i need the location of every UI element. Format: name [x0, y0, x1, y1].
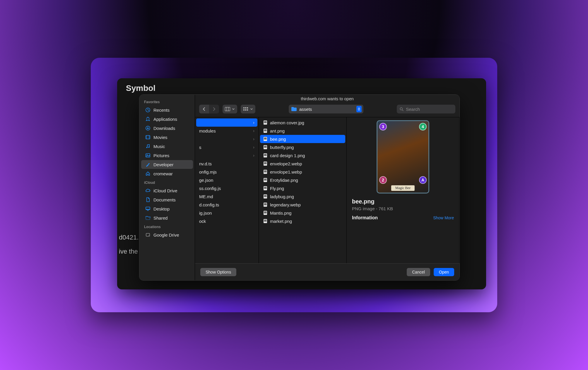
sidebar-item-desktop[interactable]: Desktop — [141, 204, 193, 213]
sidebar-item-pictures[interactable]: Pictures — [141, 151, 193, 160]
sidebar-item-downloads[interactable]: Downloads — [141, 124, 193, 133]
search-field[interactable] — [397, 105, 455, 113]
sidebar-heading: Locations — [139, 223, 195, 230]
sidebar-item-google-drive[interactable]: Google Drive — [141, 230, 193, 239]
cancel-button[interactable]: Cancel — [407, 268, 430, 276]
file-label: card design 1.png — [270, 153, 305, 158]
file-row[interactable]: ant.png — [260, 127, 345, 135]
list-item[interactable]: ge.json — [196, 176, 257, 184]
page-title: Symbol — [126, 84, 477, 93]
file-row[interactable]: Mantis.png — [260, 209, 345, 217]
file-label: butterfly.png — [270, 145, 294, 150]
sidebar-item-label: Developer — [153, 162, 173, 167]
svg-rect-42 — [264, 187, 267, 189]
gradient-background: Symbol d0421. ive the FavoritesRecentsAp… — [91, 58, 497, 312]
list-item[interactable]: ss.config.js — [196, 184, 257, 192]
file-icon — [263, 194, 268, 199]
file-row[interactable]: Erotylidae.png — [260, 176, 345, 184]
sidebar-item-developer[interactable]: Developer — [141, 160, 193, 169]
list-item-label: ig.json — [199, 211, 212, 215]
file-row[interactable]: bee.png — [260, 135, 345, 143]
movie-icon — [145, 135, 151, 140]
sidebar-item-label: iCloud Drive — [153, 188, 177, 193]
file-row[interactable]: envelope2.webp — [260, 159, 345, 168]
list-item[interactable]: onfig.mjs — [196, 168, 257, 176]
back-button[interactable] — [199, 105, 209, 113]
list-item-label: ME.md — [199, 194, 213, 199]
file-row[interactable]: butterfly.png — [260, 143, 345, 151]
file-label: envelope2.webp — [270, 161, 302, 166]
file-label: Fly.png — [270, 186, 284, 191]
sidebar-item-icloud-drive[interactable]: iCloud Drive — [141, 186, 193, 195]
list-item[interactable]: › — [196, 151, 257, 159]
list-item[interactable]: ig.json — [196, 209, 257, 217]
card-badge-bl: 2 — [379, 176, 387, 184]
location-popup[interactable]: assets — [289, 105, 363, 113]
file-label: bee.png — [270, 137, 286, 142]
sidebar-item-movies[interactable]: Movies — [141, 133, 193, 142]
file-row[interactable]: ladybug.png — [260, 192, 345, 201]
music-icon — [145, 144, 151, 149]
open-file-dialog: FavoritesRecentsApplicationsDownloadsMov… — [139, 94, 460, 281]
list-item[interactable]: ME.md — [196, 192, 257, 201]
sidebar-item-label: Downloads — [153, 126, 175, 131]
column-1[interactable]: ›modules››s››nv.d.tsonfig.mjsge.jsonss.c… — [195, 117, 259, 263]
svg-rect-44 — [264, 195, 267, 197]
file-label: legendary.webp — [270, 202, 301, 207]
list-item-label: ock — [199, 219, 206, 224]
open-button[interactable]: Open — [434, 268, 454, 276]
view-columns-button[interactable] — [223, 105, 237, 113]
list-item[interactable]: nv.d.ts — [196, 159, 257, 168]
desktop-icon — [145, 206, 151, 211]
svg-point-13 — [148, 235, 149, 236]
list-item[interactable]: ock — [196, 217, 257, 225]
file-row[interactable]: aliemon cover.jpg — [260, 118, 345, 127]
svg-rect-20 — [243, 109, 245, 111]
group-button[interactable] — [241, 105, 255, 113]
column-2[interactable]: aliemon cover.jpgant.pngbee.pngbutterfly… — [259, 117, 347, 263]
svg-rect-17 — [243, 107, 245, 108]
sidebar-heading: iCloud — [139, 178, 195, 186]
svg-point-6 — [148, 147, 150, 148]
svg-rect-40 — [264, 179, 267, 181]
file-row[interactable]: market.png — [260, 217, 345, 225]
file-row[interactable]: legendary.webp — [260, 201, 345, 209]
preview-pane: 3 4 2 A Magic Bee bee.png PNG image - 76… — [347, 117, 459, 263]
dialog-title: thirdweb.com wants to open — [195, 95, 459, 102]
download-icon — [145, 125, 151, 131]
file-icon — [263, 178, 268, 182]
sidebar-item-cromewar[interactable]: cromewar — [141, 169, 193, 178]
show-options-button[interactable]: Show Options — [200, 268, 236, 276]
card-badge-br: A — [419, 176, 427, 184]
file-row[interactable]: card design 1.png — [260, 151, 345, 159]
location-label: assets — [299, 107, 312, 112]
svg-rect-50 — [264, 220, 267, 222]
list-item-label: s — [199, 145, 201, 150]
clock-icon — [145, 107, 151, 113]
list-item-label: onfig.mjs — [199, 169, 217, 174]
list-item[interactable]: › — [196, 135, 257, 143]
svg-rect-48 — [264, 211, 267, 213]
show-more-link[interactable]: Show More — [433, 215, 454, 220]
svg-rect-38 — [264, 170, 267, 172]
svg-rect-18 — [245, 107, 246, 108]
list-item[interactable]: › — [196, 118, 257, 127]
list-item[interactable]: d.config.ts — [196, 201, 257, 209]
search-input[interactable] — [406, 107, 452, 112]
sidebar-item-shared[interactable]: Shared — [141, 213, 193, 222]
sidebar-item-label: Desktop — [153, 206, 170, 211]
sidebar-item-music[interactable]: Music — [141, 142, 193, 151]
file-row[interactable]: Fly.png — [260, 184, 345, 192]
cloud-icon — [145, 188, 151, 193]
list-item[interactable]: s› — [196, 143, 257, 151]
sidebar-heading: Favorites — [139, 98, 195, 105]
list-item[interactable]: modules› — [196, 127, 257, 135]
sidebar-item-applications[interactable]: Applications — [141, 115, 193, 123]
file-row[interactable]: envolope1.webp — [260, 168, 345, 176]
forward-button[interactable] — [209, 105, 219, 113]
svg-rect-26 — [264, 121, 267, 123]
file-icon — [263, 153, 268, 158]
sidebar-item-recents[interactable]: Recents — [141, 106, 193, 114]
sidebar-item-documents[interactable]: Documents — [141, 195, 193, 204]
list-item-label: ss.config.js — [199, 186, 221, 191]
